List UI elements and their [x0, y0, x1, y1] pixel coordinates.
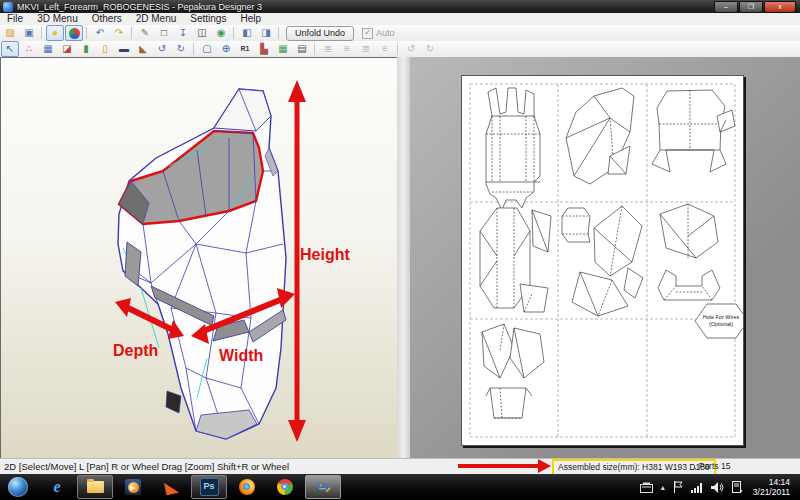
unfold-undo-button[interactable]: Unfold Undo — [286, 26, 354, 41]
maximize-button[interactable]: ❐ — [739, 1, 763, 13]
pages-icon[interactable]: ◫ — [193, 25, 211, 41]
desktop: MKVI_Left_Forearm_ROBOGENESIS - Pepakura… — [0, 0, 800, 500]
menu-3d[interactable]: 3D Menu — [30, 13, 85, 25]
unfolded-patterns: Hole For Wires (Optional) — [462, 76, 743, 445]
save-icon[interactable]: ▣ — [20, 25, 38, 41]
solid-view-icon[interactable]: □ — [155, 25, 173, 41]
select-move-icon[interactable]: ↖ — [1, 41, 19, 57]
taskbar-photoshop[interactable]: Ps — [191, 475, 227, 499]
print-icon[interactable]: ▤ — [293, 41, 311, 57]
taskbar-pepakura[interactable]: ↪ — [305, 475, 341, 499]
toolbar-main: ▨ ▣ ● ↶ ↷ ✎ □ ↧ ◫ ◉ ◧ ◨ Unfold Undo ✓ Au… — [0, 25, 800, 42]
clock-date: 3/21/2011 — [753, 487, 790, 497]
align-right-icon[interactable]: ≡ — [338, 41, 356, 57]
dark-view-icon[interactable]: ▬ — [115, 41, 133, 57]
volume-icon[interactable] — [711, 482, 724, 493]
parts-count: , Parts 15 — [694, 461, 730, 471]
rotate-left-icon[interactable]: ↺ — [153, 41, 171, 57]
pepakura-icon: ↪ — [317, 478, 330, 496]
locate-icon[interactable]: ◉ — [212, 25, 230, 41]
window-title: MKVI_Left_Forearm_ROBOGENESIS - Pepakura… — [17, 2, 262, 12]
system-tray: ▴ 14:14 3/21/2011 — [636, 477, 800, 497]
annotation-arrow-head — [538, 459, 551, 473]
paint-icon[interactable]: ◪ — [58, 41, 76, 57]
toolbar-2d: ↖ ∴ ▦ ◪ ▮ ▯ ▬ ◣ ↺ ↻ ▢ ⊕ R1 ▙ ▦ ▤ ≣ ≡ ≣ ≡… — [0, 41, 800, 58]
align-bottom-icon[interactable]: ≡ — [376, 41, 394, 57]
menu-file[interactable]: File — [0, 13, 30, 25]
taskbar-chrome[interactable] — [267, 475, 303, 499]
undo-icon[interactable]: ↶ — [91, 25, 109, 41]
pour-icon[interactable]: ◣ — [134, 41, 152, 57]
layout-left-icon[interactable]: ◧ — [238, 25, 256, 41]
image-view-icon[interactable]: ▦ — [39, 41, 57, 57]
auto-label: Auto — [376, 28, 395, 38]
menu-others[interactable]: Others — [85, 13, 129, 25]
action-center-flag-icon[interactable] — [673, 481, 683, 493]
hole-label-line1: Hole For Wires — [703, 314, 740, 320]
folder-icon — [87, 481, 104, 493]
main-area: Height Depth Width — [0, 57, 800, 458]
firefox-icon — [239, 479, 255, 495]
media-player-icon: ▶ — [125, 479, 141, 495]
texture-sphere-icon[interactable] — [65, 25, 83, 41]
edge-select-icon[interactable]: ∴ — [20, 41, 38, 57]
title-bar[interactable]: MKVI_Left_Forearm_ROBOGENESIS - Pepakura… — [0, 0, 800, 13]
move-parts-icon[interactable]: ⊕ — [217, 41, 235, 57]
pattern-page[interactable]: Hole For Wires (Optional) — [461, 75, 744, 446]
ie-icon: e — [53, 478, 60, 496]
align-left-icon[interactable]: ≣ — [319, 41, 337, 57]
pen-icon[interactable]: ✎ — [136, 25, 154, 41]
status-bar: 2D [Select/Move] L [Pan] R or Wheel Drag… — [0, 458, 800, 475]
status-hint: 2D [Select/Move] L [Pan] R or Wheel Drag… — [4, 461, 289, 472]
rotate-part-right-icon[interactable]: ↻ — [421, 41, 439, 57]
reorder-icon[interactable]: R1 — [236, 41, 254, 57]
taskbar-media-player[interactable]: ▶ — [115, 475, 151, 499]
pane-splitter[interactable] — [397, 57, 410, 458]
marquee-icon[interactable]: ▢ — [198, 41, 216, 57]
layout-right-icon[interactable]: ◨ — [257, 25, 275, 41]
auto-checkbox[interactable]: ✓ — [362, 28, 373, 39]
depth-label: Depth — [113, 342, 158, 359]
taskbar-matlab[interactable]: ◣ — [153, 475, 189, 499]
rotate-part-left-icon[interactable]: ↺ — [402, 41, 420, 57]
width-label: Width — [219, 347, 263, 364]
clipboard-tool-icon[interactable] — [732, 481, 743, 493]
tray-app-icon[interactable] — [640, 482, 653, 493]
start-button[interactable] — [8, 477, 28, 497]
height-label: Height — [300, 246, 350, 263]
taskbar-clock[interactable]: 14:14 3/21/2011 — [753, 477, 790, 497]
chrome-icon — [277, 479, 293, 495]
model-3d-forearm: Height Depth Width — [1, 58, 398, 459]
auto-checkbox-group: ✓ Auto — [362, 28, 395, 39]
taskbar: e ▶ ◣ Ps ↪ ▴ 14:14 — [0, 474, 800, 500]
taskbar-firefox[interactable] — [229, 475, 265, 499]
menu-settings[interactable]: Settings — [183, 13, 233, 25]
taskbar-internet-explorer[interactable]: e — [39, 475, 75, 499]
anchor-icon[interactable]: ↧ — [174, 25, 192, 41]
menu-2d[interactable]: 2D Menu — [129, 13, 184, 25]
clock-time: 14:14 — [753, 477, 790, 487]
taskbar-windows-explorer[interactable] — [77, 475, 113, 499]
viewport-3d[interactable]: Height Depth Width — [0, 57, 398, 459]
redo-icon[interactable]: ↷ — [110, 25, 128, 41]
close-button[interactable]: x — [764, 1, 796, 13]
matlab-icon: ◣ — [163, 477, 178, 497]
photoshop-icon: Ps — [200, 478, 219, 496]
flap-color-icon[interactable]: ▯ — [96, 41, 114, 57]
light-toggle-icon[interactable]: ● — [46, 25, 64, 41]
rotate-right-icon[interactable]: ↻ — [172, 41, 190, 57]
viewport-2d[interactable]: Hole For Wires (Optional) — [410, 57, 800, 458]
open-file-icon[interactable]: ▨ — [1, 25, 19, 41]
annotation-arrow — [458, 464, 538, 468]
align-top-icon[interactable]: ≣ — [357, 41, 375, 57]
menu-help[interactable]: Help — [233, 13, 268, 25]
hole-label-line2: (Optional) — [709, 321, 733, 327]
material-icon[interactable]: ▮ — [77, 41, 95, 57]
tray-expand-icon[interactable]: ▴ — [661, 483, 665, 492]
minimize-button[interactable]: – — [714, 1, 738, 13]
chart-icon[interactable]: ▙ — [255, 41, 273, 57]
network-icon[interactable] — [691, 482, 703, 493]
app-icon — [3, 2, 13, 12]
grid-icon[interactable]: ▦ — [274, 41, 292, 57]
